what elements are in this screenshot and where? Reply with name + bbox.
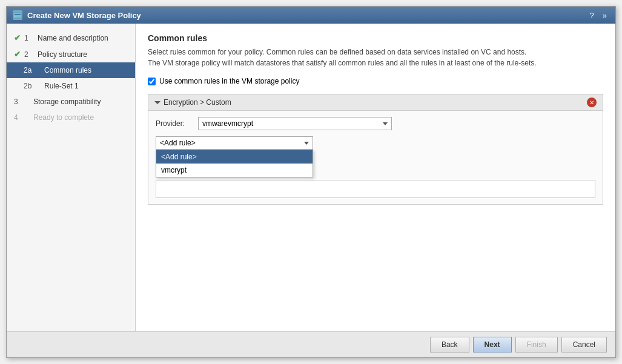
help-button[interactable]: ? bbox=[587, 11, 597, 20]
dialog: Create New VM Storage Policy ? » ✔ 1 Nam… bbox=[6, 6, 616, 358]
vm-storage-icon bbox=[13, 10, 22, 20]
cancel-button[interactable]: Cancel bbox=[561, 337, 607, 352]
sidebar-item-rule-set-1[interactable]: 2b Rule-Set 1 bbox=[7, 78, 135, 94]
finish-button[interactable]: Finish bbox=[515, 337, 558, 352]
sidebar-label-name-desc: Name and description bbox=[38, 34, 108, 42]
next-button[interactable]: Next bbox=[473, 337, 512, 352]
dropdown-item-add-rule[interactable]: <Add rule> bbox=[156, 150, 313, 164]
sidebar-label-common-rules: Common rules bbox=[44, 66, 91, 74]
panel-body: Provider: vmwarevmcrypt <Add rule> bbox=[148, 111, 603, 204]
encryption-panel: Encryption > Custom ✕ Provider: vmwarevm… bbox=[148, 94, 603, 205]
panel-header: Encryption > Custom ✕ bbox=[148, 94, 603, 111]
rule-dropdown-container: <Add rule> <Add rule> vmcrypt bbox=[156, 136, 313, 150]
rules-area bbox=[156, 180, 595, 198]
check-icon-2: ✔ bbox=[14, 50, 21, 59]
desc-line2: The VM storage policy will match datasto… bbox=[148, 59, 537, 67]
sidebar-step-2b: 2b bbox=[24, 82, 41, 90]
section-title: Common rules bbox=[148, 33, 603, 43]
sidebar-label-policy-structure: Policy structure bbox=[38, 50, 87, 59]
sidebar-step-2: 2 bbox=[24, 50, 34, 59]
sidebar-item-common-rules[interactable]: 2a Common rules bbox=[7, 62, 135, 78]
expand-button[interactable]: » bbox=[600, 11, 609, 20]
rule-select-label: <Add rule> bbox=[160, 139, 196, 147]
rule-select[interactable]: <Add rule> bbox=[156, 136, 313, 150]
main-area: ✔ 1 Name and description ✔ 2 Policy stru… bbox=[7, 24, 615, 331]
sidebar-label-storage-compat: Storage compatibility bbox=[33, 98, 101, 106]
back-button[interactable]: Back bbox=[430, 337, 469, 352]
sidebar-item-policy-structure[interactable]: ✔ 2 Policy structure bbox=[7, 46, 135, 62]
sidebar-label-ready-complete: Ready to complete bbox=[33, 113, 94, 122]
sidebar-item-storage-compat[interactable]: 3 Storage compatibility bbox=[7, 94, 135, 110]
footer: Back Next Finish Cancel bbox=[7, 331, 615, 357]
provider-row: Provider: vmwarevmcrypt bbox=[156, 117, 595, 130]
rule-select-arrow-icon bbox=[304, 142, 309, 145]
title-bar: Create New VM Storage Policy ? » bbox=[7, 7, 615, 24]
rule-row: <Add rule> <Add rule> vmcrypt bbox=[156, 136, 595, 150]
section-description: Select rules common for your policy. Com… bbox=[148, 47, 603, 68]
check-icon-1: ✔ bbox=[14, 33, 21, 42]
desc-line1: Select rules common for your policy. Com… bbox=[148, 48, 526, 56]
sidebar-label-rule-set-1: Rule-Set 1 bbox=[44, 82, 79, 90]
collapse-triangle-icon bbox=[154, 101, 160, 104]
panel-close-button[interactable]: ✕ bbox=[587, 98, 597, 107]
provider-label: Provider: bbox=[156, 119, 192, 128]
title-bar-right: ? » bbox=[587, 11, 609, 20]
svg-rect-1 bbox=[15, 14, 21, 15]
sidebar-item-name-desc[interactable]: ✔ 1 Name and description bbox=[7, 30, 135, 46]
sidebar-step-3: 3 bbox=[14, 98, 24, 106]
checkbox-row: Use common rules in the VM storage polic… bbox=[148, 77, 603, 85]
sidebar-step-1: 1 bbox=[24, 34, 34, 42]
sidebar-step-4: 4 bbox=[14, 113, 24, 122]
content-area: Common rules Select rules common for you… bbox=[136, 24, 615, 331]
svg-point-2 bbox=[14, 16, 15, 17]
use-common-rules-checkbox[interactable] bbox=[148, 78, 156, 85]
panel-header-left: Encryption > Custom bbox=[154, 98, 231, 107]
panel-header-title: Encryption > Custom bbox=[164, 98, 231, 107]
svg-rect-0 bbox=[13, 13, 22, 18]
provider-select[interactable]: vmwarevmcrypt bbox=[198, 117, 392, 130]
dialog-title: Create New VM Storage Policy bbox=[27, 11, 141, 20]
sidebar: ✔ 1 Name and description ✔ 2 Policy stru… bbox=[7, 24, 136, 331]
sidebar-step-2a: 2a bbox=[24, 66, 41, 74]
use-common-rules-label: Use common rules in the VM storage polic… bbox=[159, 77, 299, 85]
dropdown-item-vmcrypt[interactable]: vmcrypt bbox=[156, 164, 313, 177]
provider-select-arrow-icon bbox=[383, 122, 388, 125]
provider-value: vmwarevmcrypt bbox=[202, 119, 253, 128]
rule-dropdown-list: <Add rule> vmcrypt bbox=[156, 150, 313, 177]
sidebar-item-ready-complete[interactable]: 4 Ready to complete bbox=[7, 110, 135, 125]
title-bar-left: Create New VM Storage Policy bbox=[13, 10, 141, 20]
